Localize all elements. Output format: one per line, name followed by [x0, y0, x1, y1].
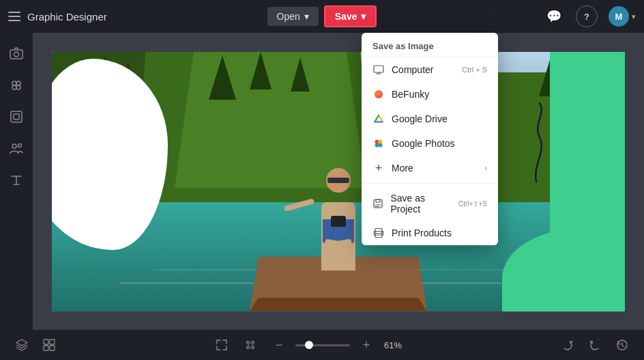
print-label: Print Products: [392, 227, 452, 238]
save-label: Save: [335, 11, 357, 22]
svg-rect-0: [10, 50, 23, 59]
open-button[interactable]: Open ▾: [267, 7, 319, 26]
print-products-item[interactable]: Print Products: [362, 221, 498, 245]
main-layout: [0, 33, 644, 330]
dropdown-header: Save as Image: [362, 33, 498, 57]
svg-point-14: [379, 143, 383, 148]
sidebar-item-photo[interactable]: [3, 41, 29, 67]
svg-rect-20: [44, 340, 48, 344]
save-chevron-icon: ▾: [361, 11, 366, 22]
avatar[interactable]: M: [609, 6, 629, 27]
svg-point-3: [16, 81, 20, 85]
grid-icon[interactable]: [38, 334, 60, 356]
avatar-chevron-icon: ▾: [632, 12, 636, 21]
save-gdrive-item[interactable]: Google Drive: [362, 107, 498, 131]
bottombar-center: − + 61%: [65, 334, 551, 356]
bottombar-left: [11, 334, 60, 356]
zoom-controls: − +: [268, 334, 377, 356]
svg-point-19: [381, 233, 382, 234]
save-befunky-item[interactable]: BeFunky: [362, 82, 498, 107]
zoom-in-icon[interactable]: +: [355, 334, 377, 356]
sidebar-item-people[interactable]: [3, 135, 29, 161]
bottombar-right: [557, 334, 633, 356]
squiggle-decoration: [499, 100, 553, 189]
gdrive-icon: [372, 113, 385, 125]
gphotos-label: Google Photos: [392, 138, 455, 149]
topbar-center: Open ▾ Save ▾: [267, 5, 377, 27]
undo-icon[interactable]: [584, 334, 606, 356]
save-gphotos-item[interactable]: Google Photos: [362, 131, 498, 156]
sidebar-item-text[interactable]: [3, 167, 29, 193]
topbar-right: 💬 ? M ▾: [385, 5, 636, 27]
dropdown-divider: [362, 183, 498, 184]
save-project-icon: [372, 197, 383, 210]
layers-icon[interactable]: [11, 334, 33, 356]
avatar-letter: M: [615, 12, 623, 22]
computer-shortcut: Ctrl + S: [462, 66, 487, 74]
topbar: Graphic Designer Open ▾ Save ▾ 💬 ? M ▾: [0, 0, 644, 33]
befunky-icon: [372, 88, 385, 100]
topbar-left: Graphic Designer: [8, 11, 259, 23]
actual-size-icon[interactable]: [239, 334, 261, 356]
bottombar: − + 61%: [0, 330, 644, 360]
svg-rect-21: [50, 340, 55, 344]
save-button[interactable]: Save ▾: [324, 5, 377, 27]
zoom-slider[interactable]: [295, 344, 350, 346]
canvas-area[interactable]: [33, 33, 644, 330]
gphotos-icon: [372, 137, 385, 150]
hamburger-menu-icon[interactable]: [8, 12, 20, 21]
more-plus-icon: +: [372, 162, 385, 174]
sidebar-item-effects[interactable]: [3, 72, 29, 98]
svg-point-8: [12, 144, 16, 148]
avatar-dropdown[interactable]: M ▾: [609, 6, 636, 27]
svg-rect-23: [50, 346, 55, 350]
svg-rect-6: [11, 111, 22, 122]
svg-point-9: [18, 144, 22, 148]
svg-rect-7: [14, 114, 19, 120]
save-dropdown-menu: Save as Image Computer Ctrl + S BeFunky: [362, 33, 498, 245]
zoom-slider-thumb: [305, 341, 313, 349]
chat-icon[interactable]: 💬: [543, 5, 565, 27]
zoom-percent: 61%: [384, 340, 406, 350]
help-icon[interactable]: ?: [576, 5, 598, 27]
svg-point-4: [12, 85, 16, 89]
open-chevron-icon: ▾: [304, 11, 309, 22]
svg-point-1: [14, 52, 19, 57]
svg-rect-24: [248, 343, 252, 347]
svg-rect-16: [376, 199, 380, 202]
zoom-out-icon[interactable]: −: [268, 334, 290, 356]
canvas-content: [52, 52, 625, 311]
svg-point-2: [12, 81, 16, 85]
svg-rect-22: [44, 346, 48, 350]
more-chevron-icon: ›: [484, 163, 487, 173]
sidebar: [0, 33, 33, 330]
redo-icon[interactable]: [557, 334, 579, 356]
svg-point-5: [16, 85, 20, 89]
more-label: More: [392, 163, 413, 174]
save-project-label: Save as Project: [390, 193, 452, 214]
app-title: Graphic Designer: [27, 11, 107, 23]
sidebar-item-frame[interactable]: [3, 104, 29, 130]
print-icon: [372, 227, 385, 239]
history-icon[interactable]: [611, 334, 633, 356]
gdrive-label: Google Drive: [392, 113, 448, 124]
svg-rect-10: [374, 66, 383, 72]
fit-screen-icon[interactable]: [211, 334, 233, 356]
save-computer-item[interactable]: Computer Ctrl + S: [362, 57, 498, 82]
save-project-shortcut: Ctrl+⇧+S: [458, 200, 487, 208]
befunky-label: BeFunky: [392, 89, 429, 100]
open-label: Open: [277, 11, 300, 22]
save-more-item[interactable]: + More ›: [362, 156, 498, 180]
save-project-item[interactable]: Save as Project Ctrl+⇧+S: [362, 186, 498, 221]
computer-label: Computer: [392, 64, 433, 75]
computer-icon: [372, 64, 385, 76]
